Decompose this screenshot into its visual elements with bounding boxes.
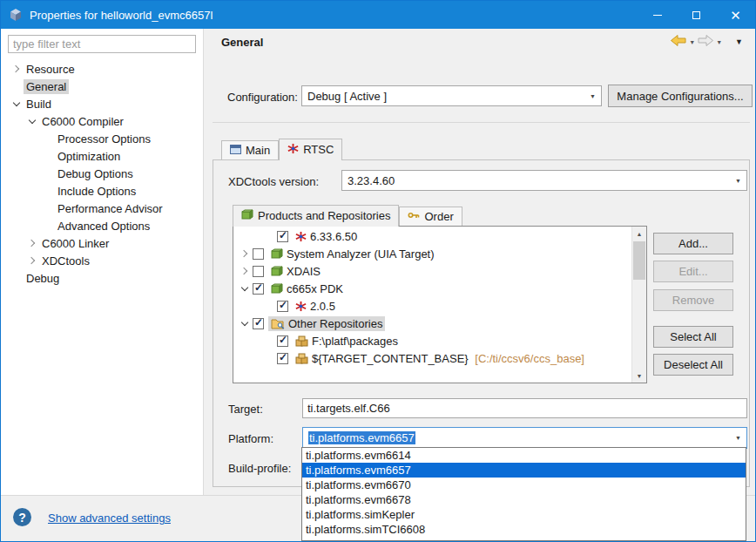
window-controls: ✕ — [638, 1, 755, 29]
expand-icon[interactable] — [10, 66, 24, 71]
sidebar-item-label: Performance Advisor — [55, 201, 165, 216]
checkbox[interactable] — [253, 318, 264, 329]
product-icon — [271, 266, 283, 276]
tab-order-label: Order — [424, 210, 453, 223]
sidebar-item-c6000-compiler[interactable]: C6000 Compiler — [1, 112, 203, 130]
rtsc-panel: XDCtools version: 3.23.4.60 ▼ Products a… — [213, 159, 750, 487]
sidebar-item-optimization[interactable]: Optimization — [1, 147, 203, 165]
scroll-down-icon[interactable]: ▼ — [632, 369, 646, 383]
tab-rtsc-label: RTSC — [303, 143, 334, 156]
product-row-6-33-6-50[interactable]: 6.33.6.50 — [233, 227, 631, 245]
forward-icon[interactable] — [698, 35, 713, 49]
product-row-2-0-5[interactable]: 2.0.5 — [233, 297, 631, 315]
maximize-button[interactable] — [677, 1, 716, 29]
configuration-combobox[interactable]: Debug [ Active ] ▼ — [301, 85, 602, 106]
sidebar-item-label: Debug Options — [55, 166, 136, 181]
product-row-target-content-base[interactable]: ${TARGET_CONTENT_BASE} [C:/ti/ccsv6/ccs_… — [233, 349, 631, 367]
sidebar: ResourceGeneralBuildC6000 CompilerProces… — [1, 29, 204, 495]
platform-option-ti-platforms-evm6657[interactable]: ti.platforms.evm6657 — [302, 463, 746, 478]
back-menu-caret-icon[interactable]: ▼ — [689, 39, 695, 45]
row-content: ${TARGET_CONTENT_BASE} [C:/ti/ccsv6/ccs_… — [293, 351, 587, 366]
checkbox[interactable] — [253, 283, 264, 295]
sidebar-item-debug-options[interactable]: Debug Options — [1, 165, 203, 182]
sidebar-item-include-options[interactable]: Include Options — [1, 182, 203, 200]
item-label: Other Repositories — [288, 317, 382, 330]
sidebar-item-resource[interactable]: Resource — [1, 60, 203, 78]
help-icon[interactable]: ? — [13, 508, 31, 526]
show-advanced-settings-link[interactable]: Show advanced settings — [48, 512, 171, 525]
manage-configurations-button[interactable]: Manage Configurations... — [608, 85, 753, 107]
collapse-icon[interactable] — [10, 103, 24, 105]
product-row-f-platf-packages[interactable]: F:\platf\packages — [233, 332, 631, 349]
platform-value: ti.platforms.evm6657 — [303, 431, 730, 444]
sidebar-item-processor-options[interactable]: Processor Options — [1, 130, 203, 147]
checkbox[interactable] — [277, 231, 288, 242]
dropdown-arrow-icon[interactable]: ▼ — [730, 178, 746, 184]
scrollbar-thumb[interactable] — [633, 241, 645, 280]
item-label: ${TARGET_CONTENT_BASE} — [312, 352, 469, 365]
row-content: F:\platf\packages — [293, 334, 401, 349]
tab-order[interactable]: Order — [399, 207, 462, 226]
checkbox[interactable] — [253, 248, 264, 260]
collapse-icon[interactable] — [237, 288, 253, 290]
expand-icon[interactable] — [237, 251, 253, 256]
filter-input[interactable] — [8, 35, 196, 53]
deselect-all-button[interactable]: Deselect All — [653, 354, 733, 376]
product-row-c665x-pdk[interactable]: c665x PDK — [233, 280, 631, 297]
sidebar-item-performance-advisor[interactable]: Performance Advisor — [1, 200, 203, 217]
platform-option-ti-platforms-evm6614[interactable]: ti.platforms.evm6614 — [302, 448, 746, 463]
tab-rtsc[interactable]: RTSC — [279, 139, 342, 160]
platform-combobox[interactable]: ti.platforms.evm6657 ▼ — [302, 427, 747, 449]
expand-icon[interactable] — [25, 241, 39, 246]
sidebar-item-label: Advanced Options — [55, 219, 152, 234]
panel-header: General ▼ ▼ ▼ — [204, 29, 755, 55]
sidebar-item-advanced-options[interactable]: Advanced Options — [1, 217, 203, 234]
expand-icon[interactable] — [25, 258, 39, 263]
add-button[interactable]: Add... — [653, 233, 733, 254]
tab-main[interactable]: Main — [221, 140, 279, 159]
repository-icon — [295, 353, 308, 364]
checkbox[interactable] — [277, 353, 288, 364]
collapse-icon[interactable] — [237, 322, 253, 325]
platform-option-ti-platforms-simtci6608[interactable]: ti.platforms.simTCI6608 — [302, 522, 746, 537]
platform-option-ti-platforms-simtci6614[interactable]: ti.platforms.simTCI6614 — [302, 537, 746, 541]
sidebar-item-xdctools[interactable]: XDCtools — [1, 252, 203, 269]
platform-option-ti-platforms-evm6678[interactable]: ti.platforms.evm6678 — [302, 492, 746, 507]
sidebar-item-build[interactable]: Build — [1, 95, 203, 112]
sidebar-item-debug[interactable]: Debug — [1, 269, 203, 287]
sidebar-item-c6000-linker[interactable]: C6000 Linker — [1, 234, 203, 252]
view-menu-icon[interactable]: ▼ — [735, 38, 743, 46]
product-icon — [271, 283, 283, 294]
close-button[interactable]: ✕ — [716, 1, 755, 29]
checkbox[interactable] — [277, 301, 288, 312]
minimize-button[interactable] — [638, 1, 677, 29]
checkbox[interactable] — [277, 335, 288, 347]
dropdown-arrow-icon[interactable]: ▼ — [584, 93, 601, 99]
select-all-button[interactable]: Select All — [653, 326, 733, 348]
sidebar-item-general[interactable]: General — [1, 78, 203, 95]
product-row-system-analyzer-uia-target[interactable]: System Analyzer (UIA Target) — [233, 245, 631, 262]
platform-option-ti-platforms-evm6670[interactable]: ti.platforms.evm6670 — [302, 478, 746, 492]
expand-icon[interactable] — [237, 268, 253, 274]
sidebar-item-label: Include Options — [55, 184, 138, 199]
target-input[interactable] — [302, 398, 747, 418]
vertical-scrollbar[interactable]: ▲ ▼ — [631, 227, 646, 383]
rtsc-tab-icon — [287, 143, 299, 157]
collapse-icon[interactable] — [25, 120, 39, 123]
sidebar-item-label: General — [24, 79, 69, 94]
sidebar-item-label: Processor Options — [55, 132, 153, 146]
back-icon[interactable] — [671, 35, 686, 49]
scroll-up-icon[interactable]: ▲ — [632, 227, 646, 241]
product-row-xdais[interactable]: XDAIS — [233, 262, 631, 280]
tab-products-label: Products and Repositories — [258, 209, 390, 222]
product-row-other-repositories[interactable]: Other Repositories — [233, 315, 631, 332]
product-icon — [271, 248, 283, 259]
checkbox[interactable] — [253, 266, 264, 277]
platform-option-ti-platforms-simkepler[interactable]: ti.platforms.simKepler — [302, 507, 746, 522]
xdctools-version-combobox[interactable]: 3.23.4.60 ▼ — [341, 170, 747, 191]
dropdown-arrow-icon[interactable]: ▼ — [730, 435, 746, 441]
row-content: 6.33.6.50 — [293, 229, 360, 244]
tab-products-and-repositories[interactable]: Products and Repositories — [233, 205, 399, 227]
repositories-tabbar: Products and Repositories Order — [233, 205, 462, 226]
forward-menu-caret-icon[interactable]: ▼ — [716, 39, 722, 45]
